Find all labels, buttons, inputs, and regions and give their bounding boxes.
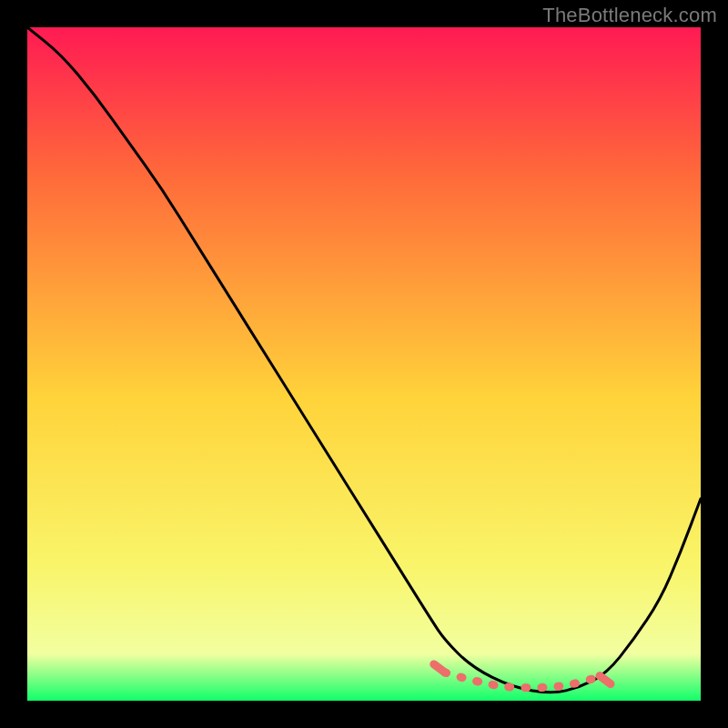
watermark-text: TheBottleneck.com [542, 4, 717, 27]
bottleneck-chart [27, 27, 701, 701]
plot-area [27, 27, 701, 701]
gradient-background [27, 27, 701, 701]
chart-container: TheBottleneck.com [0, 0, 728, 728]
